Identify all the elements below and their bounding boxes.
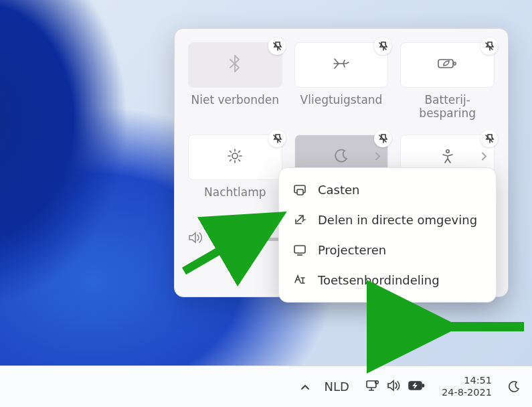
popup-item-nearby-share[interactable]: Delen in directe omgeving <box>283 205 492 235</box>
moon-icon <box>334 149 349 166</box>
airplane-icon <box>333 56 350 74</box>
popup-item-cast[interactable]: Casten <box>283 175 492 205</box>
tile-battery-label: Batterij- besparing <box>419 93 476 121</box>
keyboard-layout-icon <box>292 274 307 287</box>
tile-airplane[interactable] <box>294 42 389 88</box>
volume-icon <box>387 380 400 394</box>
unpin-button[interactable] <box>374 37 391 55</box>
svg-rect-1 <box>454 62 456 65</box>
popup-item-project[interactable]: Projecteren <box>283 235 492 265</box>
popup-nearby-label: Delen in directe omgeving <box>318 213 477 227</box>
nearby-share-icon <box>292 214 307 227</box>
tile-bluetooth[interactable] <box>188 42 282 88</box>
unpin-button[interactable] <box>268 130 286 147</box>
chevron-right-icon <box>480 151 487 164</box>
svg-point-2 <box>232 153 238 159</box>
tray-date: 24-8-2021 <box>442 387 492 398</box>
tile-bluetooth-wrap: Niet verbonden <box>188 42 282 128</box>
svg-rect-7 <box>367 381 376 388</box>
tray-time: 14:51 <box>464 375 492 386</box>
svg-rect-5 <box>297 189 303 195</box>
svg-point-3 <box>446 150 448 153</box>
volume-icon <box>188 231 203 247</box>
cast-icon <box>292 184 307 196</box>
tray-clock[interactable]: 14:51 24-8-2021 <box>435 371 499 403</box>
chevron-right-icon <box>374 151 381 164</box>
unpin-button[interactable] <box>480 37 498 55</box>
popup-cast-label: Casten <box>318 183 360 197</box>
battery-charging-icon <box>408 380 424 394</box>
project-icon <box>292 244 307 256</box>
unpin-button[interactable] <box>268 37 286 55</box>
popup-project-label: Projecteren <box>318 243 386 257</box>
tile-battery-saver[interactable] <box>400 42 495 88</box>
unpin-button[interactable] <box>480 130 498 147</box>
popup-keyboard-label: Toetsenbordindeling <box>318 273 440 287</box>
tile-nightlight-label: Nachtlamp <box>204 185 266 214</box>
svg-rect-10 <box>422 384 424 387</box>
battery-leaf-icon <box>438 57 458 73</box>
add-tile-popup: Casten Delen in directe omgeving Project… <box>278 167 497 303</box>
unpin-button[interactable] <box>374 130 391 147</box>
tray-overflow[interactable] <box>295 371 315 403</box>
svg-rect-0 <box>438 60 453 68</box>
network-icon <box>365 380 379 394</box>
brightness-icon <box>227 148 243 167</box>
accessibility-icon <box>440 149 455 166</box>
tile-airplane-wrap: Vliegtuigstand <box>294 42 389 128</box>
tray-focus-assist[interactable] <box>503 371 525 403</box>
tile-battery-wrap: Batterij- besparing <box>400 42 495 128</box>
bluetooth-icon <box>228 55 242 75</box>
tile-nightlight[interactable] <box>188 135 282 180</box>
tray-language[interactable]: NLD <box>319 371 355 403</box>
tile-nightlight-wrap: Nachtlamp <box>188 135 282 220</box>
tile-bluetooth-label: Niet verbonden <box>191 93 279 121</box>
tray-lang-label: NLD <box>325 380 349 394</box>
popup-item-keyboard-layout[interactable]: Toetsenbordindeling <box>283 265 492 295</box>
taskbar: NLD 14:51 24-8-2021 <box>0 365 532 407</box>
svg-point-8 <box>375 380 379 384</box>
tray-system-icons[interactable] <box>359 371 431 403</box>
tile-airplane-label: Vliegtuigstand <box>300 93 383 121</box>
svg-rect-6 <box>294 246 305 253</box>
